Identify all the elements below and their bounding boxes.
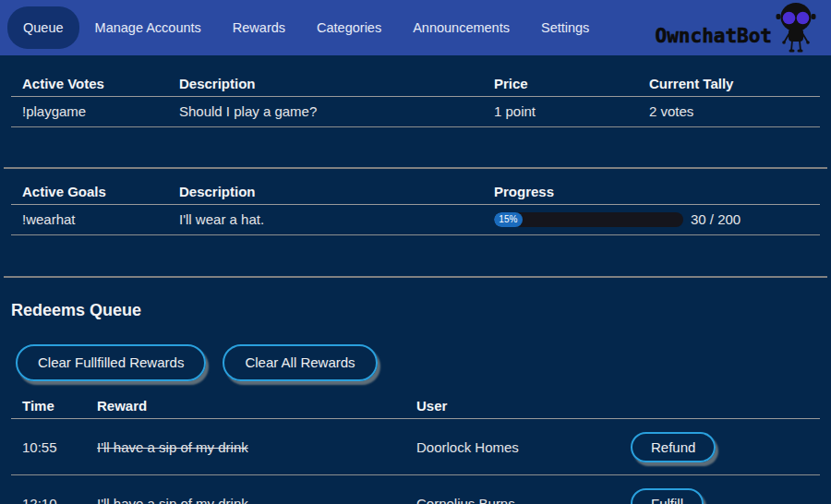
section-divider [4, 276, 827, 278]
tab-rewards[interactable]: Rewards [217, 11, 301, 44]
main-content: Active Votes Description Price Current T… [0, 72, 831, 504]
votes-header-description: Description [168, 72, 483, 97]
tab-settings[interactable]: Settings [525, 11, 605, 44]
redeems-header-action [620, 394, 820, 419]
logo: OwnchatBot [656, 0, 818, 55]
goal-progress: 15% 30 / 200 [494, 210, 814, 228]
goals-header-progress: Progress [483, 169, 820, 205]
redeem-reward: I'll have a sip of my drink [97, 496, 248, 504]
refund-button[interactable]: Refund [631, 432, 716, 462]
goal-progress-fill: 15% [494, 212, 523, 227]
votes-header-price: Price [483, 72, 638, 97]
redeem-user: Cornelius Burns [405, 475, 620, 504]
goal-command: !wearhat [11, 205, 168, 235]
robot-icon [774, 2, 818, 54]
vote-price: 1 point [483, 97, 638, 127]
goal-progress-text: 30 / 200 [691, 210, 741, 228]
redeem-row: 12:10 I'll have a sip of my drink Cornel… [11, 475, 820, 504]
clear-fulfilled-rewards-button[interactable]: Clear Fullfilled Rewards [16, 344, 206, 381]
redeem-row: 10:55 I'll have a sip of my drink Doorlo… [11, 419, 820, 475]
clear-all-rewards-button[interactable]: Clear All Rewards [223, 344, 377, 381]
vote-description: Should I play a game? [168, 97, 483, 127]
goal-description: I'll wear a hat. [168, 205, 483, 235]
redeems-header-reward: Reward [86, 394, 405, 419]
redeems-header-row: Time Reward User [11, 394, 820, 419]
goals-header-command: Active Goals [11, 169, 168, 205]
redeems-queue-title: Redeems Queue [11, 300, 831, 320]
goal-progress-track: 15% [494, 212, 683, 227]
redeems-header-time: Time [11, 394, 86, 419]
vote-tally: 2 votes [638, 97, 820, 127]
votes-header-command: Active Votes [11, 72, 168, 97]
navbar: Queue Manage Accounts Rewards Categories… [0, 0, 831, 55]
tab-queue[interactable]: Queue [7, 6, 79, 49]
active-votes-table: Active Votes Description Price Current T… [11, 72, 820, 127]
redeems-actions: Clear Fullfilled Rewards Clear All Rewar… [16, 344, 831, 381]
goals-header-row: Active Goals Description Progress [11, 169, 820, 205]
active-goals-table: Active Goals Description Progress !wearh… [11, 169, 820, 235]
goal-row: !wearhat I'll wear a hat. 15% 30 / 200 [11, 205, 820, 235]
tab-announcements[interactable]: Announcements [397, 11, 525, 44]
tab-manage-accounts[interactable]: Manage Accounts [79, 11, 217, 44]
redeem-time: 10:55 [11, 419, 86, 475]
vote-row: !playgame Should I play a game? 1 point … [11, 97, 820, 127]
redeem-user: Doorlock Homes [405, 419, 620, 475]
votes-header-row: Active Votes Description Price Current T… [11, 72, 820, 97]
redeems-queue-table: Time Reward User 10:55 I'll have a sip o… [11, 394, 820, 504]
tab-categories[interactable]: Categories [301, 11, 397, 44]
redeem-reward: I'll have a sip of my drink [97, 439, 248, 455]
logo-text: OwnchatBot [656, 27, 772, 55]
votes-header-tally: Current Tally [638, 72, 820, 97]
vote-command: !playgame [11, 97, 168, 127]
redeems-header-user: User [405, 394, 620, 419]
fulfill-button[interactable]: Fulfill [631, 488, 704, 504]
goals-header-description: Description [168, 169, 483, 205]
redeem-time: 12:10 [11, 475, 86, 504]
